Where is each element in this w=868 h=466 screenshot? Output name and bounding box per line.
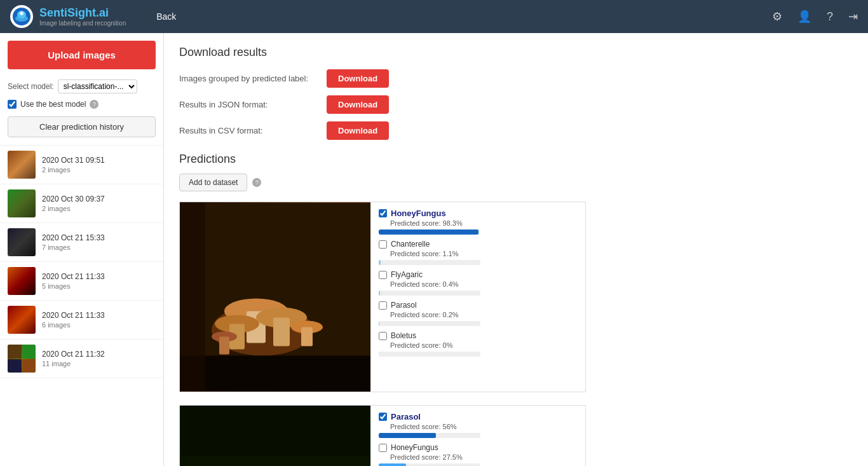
pred-sub-row: Chanterelle (379, 240, 578, 249)
pred-top-bar (379, 230, 480, 235)
logo-subtitle: Image labeling and recognition (39, 20, 126, 27)
pred-sub-bar (379, 260, 480, 265)
pred-top-bar-fill (379, 230, 478, 235)
history-item[interactable]: 2020 Oct 21 15:33 7 images (0, 223, 163, 262)
svg-rect-15 (301, 327, 313, 346)
model-select[interactable]: sl-classification-... (58, 79, 137, 93)
svg-rect-17 (219, 337, 229, 355)
history-date: 2020 Oct 21 11:33 (42, 311, 105, 320)
download-grouped-label: Images grouped by predicted label: (179, 74, 319, 83)
back-button[interactable]: Back (151, 9, 181, 24)
pred-sub-bar-fill (379, 321, 379, 326)
svg-rect-11 (273, 318, 290, 346)
pred-top-score: Predicted score: 56% (379, 423, 578, 430)
pred-top-checkbox[interactable] (379, 209, 387, 217)
pred-top-label-row: HoneyFungus (379, 209, 578, 218)
prediction-details: HoneyFungus Predicted score: 98.3% Chant… (370, 202, 585, 392)
download-results-title: Download results (179, 46, 853, 59)
pred-sub-checkbox[interactable] (379, 301, 387, 310)
pred-top-checkbox[interactable] (379, 413, 387, 421)
help-icon[interactable]: ? (827, 10, 833, 24)
pred-sub-row: Boletus (379, 331, 578, 340)
pred-top-bar-fill (379, 433, 436, 438)
history-item[interactable]: 2020 Oct 30 09:37 2 images (0, 184, 163, 223)
svg-point-3 (20, 11, 24, 15)
download-json-button[interactable]: Download (327, 95, 389, 114)
add-dataset-row: Add to dataset ? (179, 174, 853, 191)
pred-sub-bar (379, 463, 480, 466)
download-json-label: Results in JSON format: (179, 100, 319, 109)
history-item[interactable]: 2020 Oct 31 09:51 2 images (0, 146, 163, 184)
clear-prediction-history-button[interactable]: Clear prediction history (8, 116, 156, 137)
download-csv-button[interactable]: Download (327, 121, 389, 140)
pred-sub-row: FlyAgaric (379, 270, 578, 279)
history-count: 11 image (42, 360, 105, 367)
pred-top-label: Parasol (391, 412, 421, 421)
prediction-image (180, 406, 370, 466)
pred-sub-score: Predicted score: 0.2% (379, 311, 578, 319)
history-count: 6 images (42, 321, 105, 329)
pred-sub-checkbox[interactable] (379, 271, 387, 279)
user-icon[interactable]: 👤 (797, 10, 811, 24)
pred-sub-bar (379, 321, 480, 326)
pred-sub-score: Predicted score: 27.5% (379, 453, 578, 461)
history-count: 2 images (42, 205, 105, 212)
pred-sub-label: Boletus (391, 331, 416, 340)
pred-top-label-row: Parasol (379, 412, 578, 421)
pred-sub-checkbox[interactable] (379, 444, 387, 452)
pred-top-label: HoneyFungus (391, 209, 446, 218)
pred-sub-score: Predicted score: 1.1% (379, 250, 578, 257)
history-date: 2020 Oct 21 15:33 (42, 233, 105, 242)
add-to-dataset-button[interactable]: Add to dataset (179, 174, 247, 191)
pred-sub-label: HoneyFungus (391, 443, 438, 452)
history-item[interactable]: 2020 Oct 21 11:32 11 image (0, 339, 163, 378)
settings-icon[interactable]: ⚙ (772, 10, 782, 24)
history-date: 2020 Oct 21 11:32 (42, 350, 105, 359)
history-count: 7 images (42, 243, 105, 251)
pred-sub-label: Parasol (391, 301, 417, 310)
download-grouped-button[interactable]: Download (327, 69, 389, 88)
download-csv-label: Results in CSV format: (179, 126, 319, 135)
history-thumb (8, 267, 36, 295)
pred-sub-checkbox[interactable] (379, 332, 387, 340)
best-model-row: Use the best model ? (0, 99, 163, 114)
model-label: Select model: (8, 82, 54, 91)
best-model-help-icon[interactable]: ? (90, 100, 98, 109)
history-thumb (8, 228, 36, 256)
logo-text: SentiSight.ai Image labeling and recogni… (39, 6, 126, 27)
upload-images-button[interactable]: Upload images (8, 41, 156, 69)
history-info: 2020 Oct 30 09:37 2 images (42, 195, 105, 212)
add-dataset-help-icon[interactable]: ? (252, 178, 261, 187)
history-count: 2 images (42, 166, 105, 174)
history-thumb (8, 306, 36, 334)
history-thumb (8, 189, 36, 217)
logout-icon[interactable]: ⇥ (848, 10, 858, 24)
model-select-row: Select model: sl-classification-... (0, 77, 163, 99)
history-item[interactable]: 2020 Oct 21 11:33 6 images (0, 301, 163, 339)
pred-top-score: Predicted score: 98.3% (379, 219, 578, 227)
main-layout: Upload images Select model: sl-classific… (0, 33, 868, 466)
download-row-csv: Results in CSV format: Download (179, 121, 853, 140)
main-content: Download results Images grouped by predi… (164, 33, 868, 466)
history-date: 2020 Oct 31 09:51 (42, 156, 105, 165)
history-info: 2020 Oct 21 15:33 7 images (42, 233, 105, 251)
history-count: 5 images (42, 282, 105, 290)
history-info: 2020 Oct 21 11:33 5 images (42, 272, 105, 290)
pred-sub-bar (379, 291, 480, 296)
pred-top-bar (379, 433, 480, 438)
pred-sub-label: FlyAgaric (391, 270, 423, 279)
prediction-card: Parasol Predicted score: 56% HoneyFungus… (179, 405, 586, 466)
history-info: 2020 Oct 21 11:32 11 image (42, 350, 105, 367)
pred-sub-row: HoneyFungus (379, 443, 578, 452)
history-date: 2020 Oct 30 09:37 (42, 195, 105, 203)
pred-sub-checkbox[interactable] (379, 240, 387, 249)
logo-icon (10, 5, 33, 28)
predictions-grid: HoneyFungus Predicted score: 98.3% Chant… (179, 202, 853, 466)
svg-rect-18 (180, 356, 370, 391)
best-model-checkbox[interactable] (8, 100, 17, 109)
history-item[interactable]: 2020 Oct 21 11:33 5 images (0, 262, 163, 301)
logo-title: SentiSight.ai (39, 6, 126, 20)
prediction-details: Parasol Predicted score: 56% HoneyFungus… (370, 406, 585, 466)
prediction-image (180, 202, 370, 392)
history-date: 2020 Oct 21 11:33 (42, 272, 105, 281)
